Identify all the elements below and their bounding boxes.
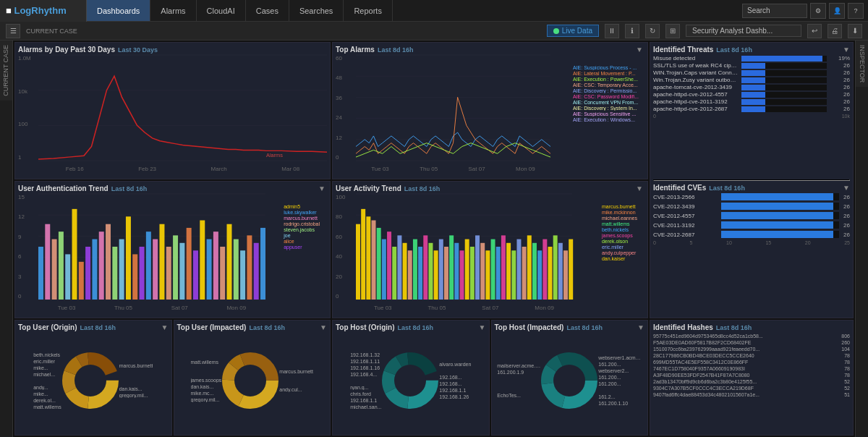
top-alarms-chart: 60 48 36 24 12 0 [336, 55, 644, 172]
toolbar: ☰ CURRENT CASE Live Data ⏸ ℹ ↻ ⊞ Securit… [0, 22, 868, 41]
svg-rect-77 [460, 250, 464, 300]
filter-icon[interactable]: ▼ [318, 184, 326, 192]
filter-icon[interactable]: ▼ [479, 323, 486, 331]
filter-icon[interactable]: ▼ [636, 184, 643, 192]
threat-bar-container [741, 92, 827, 98]
inspector-tab: INSPECTOR [856, 41, 868, 87]
download-icon[interactable]: ⬇ [848, 24, 862, 38]
filter-icon[interactable]: ▼ [320, 323, 327, 331]
identified-hashes-panel: Identified Hashes Last 8d 16h 95775c451e… [650, 320, 854, 436]
legend-right: webserver1.acme.com 161.200... webserver… [598, 355, 642, 406]
cve-row-4: CVE-2012-2687 26 [653, 231, 850, 238]
threat-bar-container [741, 63, 827, 69]
subtitle-text: Last 8d 16h [111, 185, 148, 192]
subtitle-text: Last 8d 16h [716, 324, 752, 331]
filter-icon[interactable]: ▼ [843, 46, 850, 54]
user-auth-trend-panel: User Authentication Trend Last 8d 16h ▼ … [14, 181, 331, 318]
alarms-by-day-panel: Alarms by Day Past 30 Days Last 30 Days … [14, 42, 331, 179]
donut-container: mailserver.acme.com 161.200.1.9 EchoTes.… [495, 333, 645, 428]
nav-cloudai[interactable]: CloudAI [197, 0, 246, 21]
svg-rect-40 [193, 250, 198, 300]
y-axis: 60 48 36 24 12 0 [336, 55, 356, 161]
live-data-label: Live Data [562, 27, 592, 35]
svg-rect-93 [542, 239, 547, 300]
hash-val-7: 52 [830, 379, 850, 384]
hash-row-8: 9304C7A307B5CF0CCC4C3ECCA219D68F 52 [653, 385, 850, 391]
title-text: Top Host (Impacted) [495, 323, 564, 331]
undo-icon[interactable]: ↩ [807, 24, 822, 38]
auth-legend-luke: luke.skywalker [284, 210, 320, 215]
cve-value: 26 [843, 194, 850, 200]
hash-label-1: F5AE03DE0AD60F5817B82F2CD68402FE [653, 340, 827, 345]
filter-icon[interactable]: ▼ [161, 323, 169, 331]
live-data-button[interactable]: Live Data [547, 25, 599, 37]
bottom-row: Top User (Origin) Last 8d 16h ▼ beth.nic… [14, 320, 854, 436]
auth-svg [38, 194, 265, 300]
legend-r0: marcus.burnett [279, 369, 313, 374]
x-tue: Tue 03 [58, 305, 76, 311]
cve-row-0: CVE-2013-2566 26 [653, 193, 850, 200]
threat-row-5: apache-httpd-cve-2012-4557 26 [653, 91, 850, 98]
threat-bar [741, 99, 765, 105]
top-host-origin-title: Top Host (Origin) Last 8d 16h ▼ [336, 323, 486, 331]
top-host-impacted-title: Top Host (Impacted) Last 8d 16h ▼ [495, 323, 645, 331]
refresh-icon[interactable]: ↻ [645, 24, 660, 38]
hash-val-1: 260 [830, 340, 850, 345]
x-tue: Tue 03 [374, 305, 392, 311]
grid-icon[interactable]: ⊞ [665, 24, 680, 38]
svg-rect-26 [99, 232, 104, 300]
act-legend-8: andy.culpepper [602, 250, 637, 255]
pause-icon[interactable]: ⏸ [605, 24, 619, 38]
user-icon[interactable]: 👤 [829, 3, 845, 19]
dashboard-title[interactable]: Security Analyst Dashb... [686, 25, 801, 37]
cve-row-2: CVE-2012-4557 26 [653, 212, 850, 219]
subtitle-text: Last 8d 16h [716, 46, 752, 54]
ax-4: 20 [805, 240, 811, 245]
alarm-legend-8: AIE: Suspicious Sensitive ... [573, 111, 639, 116]
nav-reports[interactable]: Reports [344, 0, 393, 21]
y-6: 6 [18, 253, 38, 260]
svg-rect-90 [527, 235, 532, 300]
svg-rect-73 [439, 239, 443, 300]
search-input[interactable] [742, 4, 807, 18]
threat-label: apache-httpd-cve-2011-3192 [653, 98, 739, 105]
logo: ■ LogRhythm [0, 0, 87, 22]
filter-icon[interactable]: ▼ [636, 46, 643, 54]
nav-searches[interactable]: Searches [289, 0, 344, 21]
svg-rect-38 [179, 243, 184, 300]
filter-icon[interactable]: ▼ [843, 184, 850, 192]
settings-icon[interactable]: ⚙ [810, 3, 826, 19]
hash-row-9: 9407fad6ffc4dae88453d34c48021015607a1e..… [653, 391, 850, 397]
y-40: 40 [336, 253, 356, 260]
filter-icon[interactable]: ▼ [637, 323, 644, 331]
nav-alarms[interactable]: Alarms [150, 0, 196, 21]
auth-legend: admin5 luke.skywalker marcus.burnett rod… [284, 204, 320, 250]
l3: 192.168.4... [350, 372, 381, 377]
threat-value: 19% [830, 55, 850, 61]
help-icon[interactable]: ? [848, 3, 864, 19]
menu-icon[interactable]: ☰ [6, 24, 20, 38]
cve-bar [721, 203, 833, 210]
threat-bar-container [741, 56, 827, 61]
r1: 192.168... [439, 375, 471, 380]
current-case-label: CURRENT CASE [26, 27, 77, 35]
legend-4: andy... [33, 385, 61, 390]
print-icon[interactable]: 🖨 [827, 24, 842, 38]
svg-point-118 [394, 365, 426, 396]
legend-left: matt.willems james.scoops dan.kais... mi… [191, 360, 222, 402]
top-host-origin-panel: Top Host (Origin) Last 8d 16h ▼ 192.168.… [332, 320, 490, 436]
info-icon[interactable]: ℹ [625, 24, 639, 38]
r1: 161.200... [598, 362, 642, 367]
svg-rect-37 [173, 235, 178, 300]
donut-chart-impacted [221, 352, 279, 410]
alarms-chart-area: 1.0M 10k 100 1 Alarms [18, 55, 327, 172]
x-label-3: Mon 09 [516, 166, 535, 172]
threat-bar [741, 92, 765, 98]
legend-r0: marcus.burnett [119, 363, 153, 368]
nav-cases[interactable]: Cases [246, 0, 289, 21]
title-text: Identified CVEs [653, 184, 706, 192]
nav-dashboards[interactable]: Dashboards [87, 0, 150, 21]
x-axis: Tue 03 Thu 05 Sat 07 Mon 09 [356, 166, 550, 172]
y-label-2: 100 [18, 121, 38, 127]
threat-row-3: Win.Trojan.Zusy variant outbound co... 2… [653, 77, 850, 83]
